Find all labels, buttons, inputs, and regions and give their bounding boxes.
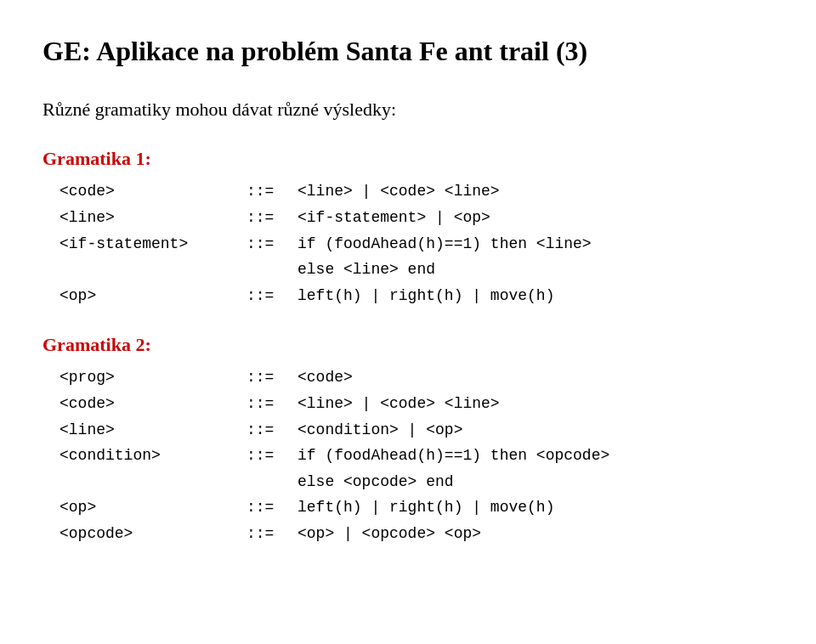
grammar1-row-if: <if-statement> ::= if (foodAhead(h)==1) … bbox=[60, 231, 774, 283]
grammar2-sep-condition: ::= bbox=[246, 443, 298, 469]
grammar1-rhs-if: if (foodAhead(h)==1) then <line> else <l… bbox=[298, 231, 774, 283]
grammar2-rhs-line: <condition> | <op> bbox=[298, 417, 774, 443]
grammar1-lhs-line: <line> bbox=[60, 205, 246, 231]
grammar1-lhs-code: <code> bbox=[60, 178, 246, 205]
grammar2-lhs-opcode: <opcode> bbox=[60, 521, 246, 547]
subtitle: Různé gramatiky mohou dávat různé výsled… bbox=[42, 97, 774, 123]
grammar2-title: Gramatika 2: bbox=[42, 334, 774, 356]
grammar2-lhs-op: <op> bbox=[60, 494, 246, 521]
grammar2-row-opcode: <opcode> ::= <op> | <opcode> <op> bbox=[60, 521, 774, 547]
grammar2-row-op: <op> ::= left(h) | right(h) | move(h) bbox=[60, 494, 774, 521]
grammar1-row-code: <code> ::= <line> | <code> <line> bbox=[60, 178, 774, 205]
grammar2-lhs-prog: <prog> bbox=[60, 364, 246, 391]
grammar2-sep-line: ::= bbox=[246, 417, 298, 443]
grammar1-row-line: <line> ::= <if-statement> | <op> bbox=[60, 205, 774, 231]
grammar1-sep-code: ::= bbox=[246, 178, 298, 205]
grammar2-sep-code: ::= bbox=[246, 391, 298, 417]
grammar2-sep-opcode: ::= bbox=[246, 521, 298, 547]
grammar1-section: Gramatika 1: <code> ::= <line> | <code> … bbox=[42, 148, 774, 308]
grammar2-rhs-code: <line> | <code> <line> bbox=[298, 391, 774, 417]
grammar2-rhs-op: left(h) | right(h) | move(h) bbox=[298, 494, 774, 521]
grammar1-rhs-op: left(h) | right(h) | move(h) bbox=[298, 283, 774, 309]
grammar2-row-prog: <prog> ::= <code> bbox=[60, 364, 774, 391]
grammar2-lhs-code: <code> bbox=[60, 391, 246, 417]
grammar2-rhs-opcode: <op> | <opcode> <op> bbox=[298, 521, 774, 547]
grammar2-row-line: <line> ::= <condition> | <op> bbox=[60, 417, 774, 443]
grammar2-lhs-condition: <condition> bbox=[60, 443, 246, 469]
grammar1-rhs-line: <if-statement> | <op> bbox=[298, 205, 774, 231]
grammar1-lhs-op: <op> bbox=[60, 283, 246, 309]
grammar1-row-op: <op> ::= left(h) | right(h) | move(h) bbox=[60, 283, 774, 309]
grammar1-sep-op: ::= bbox=[246, 283, 298, 309]
grammar2-lhs-line: <line> bbox=[60, 417, 246, 443]
grammar1-sep-if: ::= bbox=[246, 231, 298, 257]
grammar2-rhs-prog: <code> bbox=[298, 364, 774, 391]
grammar2-rhs-condition: if (foodAhead(h)==1) then <opcode> else … bbox=[298, 443, 774, 494]
grammar2-row-condition: <condition> ::= if (foodAhead(h)==1) the… bbox=[60, 443, 774, 494]
slide-title: GE: Aplikace na problém Santa Fe ant tra… bbox=[42, 34, 774, 70]
grammar1-lhs-if: <if-statement> bbox=[60, 231, 246, 257]
grammar1-table: <code> ::= <line> | <code> <line> <line>… bbox=[60, 178, 774, 308]
grammar1-sep-line: ::= bbox=[246, 205, 298, 231]
grammar2-row-code: <code> ::= <line> | <code> <line> bbox=[60, 391, 774, 417]
grammar2-table: <prog> ::= <code> <code> ::= <line> | <c… bbox=[60, 364, 774, 546]
grammar1-title: Gramatika 1: bbox=[42, 148, 774, 170]
grammar2-sep-op: ::= bbox=[246, 494, 298, 521]
grammar2-sep-prog: ::= bbox=[246, 364, 298, 391]
grammar1-rhs-code: <line> | <code> <line> bbox=[298, 178, 774, 205]
grammar2-section: Gramatika 2: <prog> ::= <code> <code> ::… bbox=[42, 334, 774, 546]
